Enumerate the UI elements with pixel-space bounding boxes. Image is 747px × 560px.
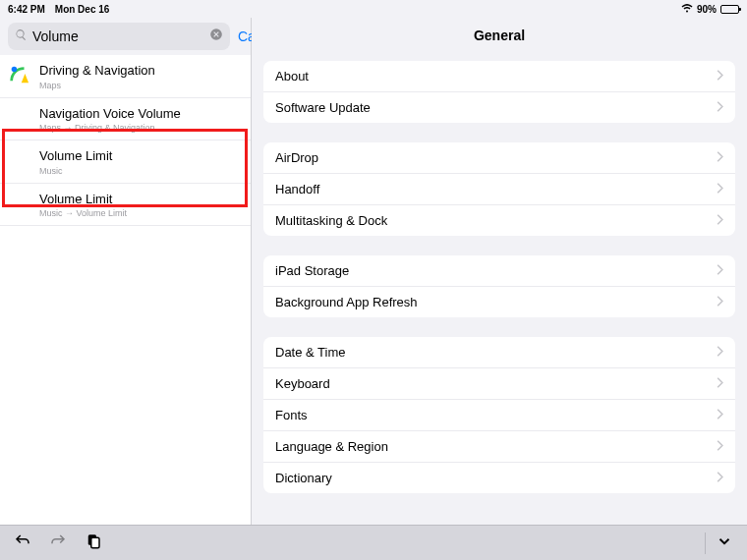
toolbar-divider (705, 532, 706, 554)
undo-icon[interactable] (14, 532, 31, 554)
row-dictionary[interactable]: Dictionary (263, 463, 735, 493)
row-label: Dictionary (275, 471, 717, 485)
row-ipad-storage[interactable]: iPad Storage (263, 255, 735, 287)
chevron-right-icon (717, 439, 723, 454)
settings-sidebar: Cancel Driving & Navigation Maps Navigat… (0, 18, 252, 525)
battery-pct: 90% (697, 4, 717, 15)
status-bar: 6:42 PM Mon Dec 16 90% (0, 0, 747, 18)
status-date: Mon Dec 16 (55, 4, 110, 15)
row-language-region[interactable]: Language & Region (263, 431, 735, 463)
result-sub: Maps → Driving & Navigation (39, 123, 241, 133)
result-nav-voice-volume[interactable]: Navigation Voice Volume Maps → Driving &… (0, 98, 251, 141)
row-handoff[interactable]: Handoff (263, 174, 735, 205)
battery-icon (720, 5, 739, 14)
result-title: Volume Limit (39, 147, 241, 165)
row-label: iPad Storage (275, 263, 717, 278)
result-driving-navigation[interactable]: Driving & Navigation Maps (0, 55, 251, 98)
row-label: Keyboard (275, 376, 717, 391)
content-pane: General About Software Update AirDrop Ha… (252, 18, 747, 525)
chevron-right-icon (717, 213, 723, 228)
page-title: General (252, 18, 747, 61)
row-label: Language & Region (275, 439, 717, 454)
redo-icon[interactable] (49, 532, 67, 554)
chevron-right-icon (717, 182, 723, 196)
svg-rect-4 (91, 537, 99, 548)
search-icon (15, 28, 28, 45)
row-label: Multitasking & Dock (275, 213, 717, 228)
row-label: About (275, 69, 717, 84)
status-time: 6:42 PM (8, 4, 45, 15)
row-label: Handoff (275, 182, 717, 196)
result-sub: Music (39, 166, 241, 176)
result-volume-limit-2[interactable]: Volume Limit Music → Volume Limit (0, 184, 251, 227)
row-date-time[interactable]: Date & Time (263, 337, 735, 368)
row-background-refresh[interactable]: Background App Refresh (263, 287, 735, 317)
result-sub: Music → Volume Limit (39, 208, 241, 218)
svg-point-2 (12, 67, 18, 73)
clear-icon[interactable] (209, 28, 223, 45)
row-keyboard[interactable]: Keyboard (263, 368, 735, 400)
group-datetime: Date & Time Keyboard Fonts Language & Re… (263, 337, 735, 493)
row-label: Fonts (275, 408, 717, 422)
result-volume-limit-1[interactable]: Volume Limit Music (0, 140, 251, 184)
chevron-right-icon (717, 376, 723, 391)
row-about[interactable]: About (263, 61, 735, 92)
chevron-right-icon (717, 345, 723, 360)
group-storage: iPad Storage Background App Refresh (263, 255, 735, 317)
bottom-toolbar (0, 525, 747, 560)
chevron-down-icon[interactable] (716, 532, 733, 554)
row-label: AirDrop (275, 150, 717, 165)
wifi-icon (681, 3, 693, 15)
clipboard-icon[interactable] (85, 532, 102, 554)
row-label: Background App Refresh (275, 295, 717, 309)
row-label: Date & Time (275, 345, 717, 360)
row-fonts[interactable]: Fonts (263, 400, 735, 431)
row-multitasking-dock[interactable]: Multitasking & Dock (263, 205, 735, 236)
chevron-right-icon (717, 100, 723, 115)
chevron-right-icon (717, 150, 723, 165)
chevron-right-icon (717, 263, 723, 278)
chevron-right-icon (717, 295, 723, 309)
row-software-update[interactable]: Software Update (263, 92, 735, 123)
result-title: Volume Limit (39, 191, 241, 208)
search-results: Driving & Navigation Maps Navigation Voi… (0, 55, 251, 525)
result-title: Navigation Voice Volume (39, 105, 241, 123)
group-about: About Software Update (263, 61, 735, 123)
result-title: Driving & Navigation (39, 62, 241, 80)
maps-icon (8, 63, 29, 84)
row-airdrop[interactable]: AirDrop (263, 142, 735, 174)
group-airdrop: AirDrop Handoff Multitasking & Dock (263, 142, 735, 236)
chevron-right-icon (717, 408, 723, 422)
search-input[interactable] (32, 28, 204, 44)
result-sub: Maps (39, 81, 241, 90)
search-box[interactable] (8, 23, 230, 50)
chevron-right-icon (717, 471, 723, 485)
chevron-right-icon (717, 69, 723, 84)
row-label: Software Update (275, 100, 717, 115)
